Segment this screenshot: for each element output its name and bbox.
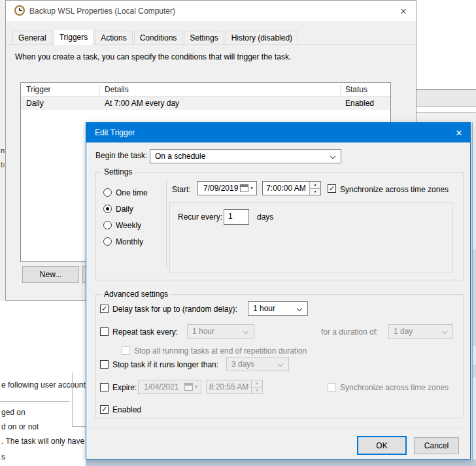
background-toolbar-band: [416, 89, 476, 107]
cell-trigger: Daily: [26, 99, 44, 108]
repeat-task-checkbox[interactable]: [100, 327, 109, 336]
background-text-fragment: n: [1, 146, 5, 155]
close-icon[interactable]: ✕: [448, 123, 470, 142]
spin-down-icon: ▼: [252, 387, 262, 394]
table-row[interactable]: Daily At 7:00 AM every day Enabled: [21, 97, 390, 110]
spin-down-icon[interactable]: ▼: [310, 188, 320, 195]
tab-strip: General Triggers Actions Conditions Sett…: [6, 29, 416, 45]
background-divider: [0, 401, 70, 402]
calendar-icon: [184, 383, 193, 391]
tab-triggers[interactable]: Triggers: [54, 29, 94, 45]
dialog-title: Edit Trigger: [95, 128, 135, 137]
spin-up-icon[interactable]: ▲: [310, 182, 320, 188]
tab-settings[interactable]: Settings: [184, 31, 224, 44]
expire-time-input: 8:20:55 AM ▲ ▼: [206, 380, 263, 394]
enabled-checkbox[interactable]: ✓: [100, 405, 109, 414]
stop-task-label[interactable]: Stop task if it runs longer than:: [112, 360, 218, 369]
caret-down-icon: ▾: [195, 384, 197, 390]
begin-task-select[interactable]: On a schedule: [150, 149, 341, 163]
chevron-down-icon: [442, 329, 447, 334]
radio-one-time-label[interactable]: One time: [116, 188, 148, 197]
stop-all-tasks-label: Stop all running tasks at end of repetit…: [134, 346, 307, 356]
tab-actions[interactable]: Actions: [95, 31, 132, 44]
expire-sync-label: Synchronize across time zones: [340, 383, 449, 392]
cancel-button[interactable]: Cancel: [414, 437, 459, 454]
expire-checkbox[interactable]: [100, 383, 109, 391]
chevron-down-icon: [278, 361, 283, 367]
stop-task-duration-select: 3 days: [226, 357, 289, 371]
recur-unit-label: days: [257, 212, 273, 222]
repeat-task-label[interactable]: Repeat task every:: [112, 327, 178, 337]
duration-label: for a duration of:: [321, 327, 378, 337]
radio-weekly[interactable]: [103, 221, 112, 229]
check-icon: ✓: [101, 305, 107, 312]
begin-task-label: Begin the task:: [95, 151, 147, 160]
window-title: Backup WSL Properties (Local Computer): [29, 7, 175, 16]
radio-monthly[interactable]: [103, 237, 112, 246]
edit-trigger-dialog: Edit Trigger ✕ Begin the task: On a sche…: [86, 122, 471, 459]
check-icon: ✓: [101, 406, 107, 413]
stop-task-checkbox[interactable]: [100, 360, 109, 369]
delay-task-checkbox[interactable]: ✓: [100, 305, 109, 313]
radio-weekly-label[interactable]: Weekly: [116, 221, 141, 230]
cell-status: Enabled: [345, 99, 374, 108]
delay-task-label[interactable]: Delay task for up to (random delay):: [112, 305, 237, 314]
sync-timezones-checkbox[interactable]: ✓: [328, 184, 336, 193]
start-time-input[interactable]: 7:00:00 AM ▲ ▼: [262, 181, 321, 195]
radio-monthly-label[interactable]: Monthly: [116, 237, 143, 246]
settings-divider: [166, 180, 167, 268]
table-header: Trigger Details Status: [21, 83, 390, 97]
expire-label[interactable]: Expire:: [112, 383, 137, 392]
stop-all-tasks-checkbox: [122, 346, 130, 355]
time-spinner: ▲ ▼: [251, 380, 262, 393]
tab-general[interactable]: General: [12, 31, 52, 44]
column-header-details[interactable]: Details: [105, 85, 129, 94]
radio-daily-label[interactable]: Daily: [116, 205, 133, 214]
duration-select: 1 day: [388, 324, 453, 339]
expire-sync-checkbox: [328, 383, 336, 391]
close-icon[interactable]: ✕: [394, 3, 413, 20]
repeat-interval-value: 1 hour: [192, 327, 214, 336]
background-text-fragment: d on or not: [1, 422, 39, 431]
background-window-fragments: e following user account ged on d on or …: [0, 301, 86, 466]
column-divider: [99, 84, 100, 95]
triggers-description: When you create a task, you can specify …: [15, 52, 407, 61]
caret-down-icon[interactable]: ▾: [250, 186, 253, 191]
sync-timezones-label[interactable]: Synchronize across time zones: [340, 185, 449, 194]
background-scrollbar-fragment: [473, 250, 476, 346]
background-fill: [416, 113, 476, 122]
delay-duration-select[interactable]: 1 hour: [248, 301, 308, 316]
ok-button[interactable]: OK: [357, 436, 407, 455]
recur-every-label: Recur every:: [178, 212, 222, 222]
start-date-picker[interactable]: 7/09/2019 ▾: [197, 181, 257, 195]
background-scrollbar-fragment: [473, 365, 476, 378]
radio-daily[interactable]: [103, 205, 112, 213]
background-bottom-strip: [86, 459, 476, 466]
column-header-status[interactable]: Status: [345, 85, 367, 94]
background-divider: [72, 426, 86, 427]
recur-interval-input[interactable]: 1: [224, 209, 249, 225]
time-spinner[interactable]: ▲ ▼: [309, 182, 320, 195]
background-text-fragment: b: [1, 160, 5, 169]
background-text-fragment: ged on: [1, 408, 26, 417]
tab-history[interactable]: History (disabled): [226, 31, 298, 44]
duration-value: 1 day: [394, 327, 413, 336]
column-header-trigger[interactable]: Trigger: [26, 85, 51, 94]
delay-duration-value: 1 hour: [253, 304, 275, 313]
settings-group-label: Settings: [101, 167, 135, 176]
stop-task-duration-value: 3 days: [231, 359, 254, 369]
background-divider: [72, 373, 73, 426]
tab-conditions[interactable]: Conditions: [134, 31, 183, 44]
chevron-down-icon: [297, 306, 302, 311]
background-text-fragment: s: [1, 452, 5, 461]
background-text-fragment: e following user account: [1, 380, 86, 390]
screen: n b e following user account ged on d on…: [0, 0, 476, 466]
calendar-icon[interactable]: [240, 184, 248, 192]
background-left-edge: n b: [0, 0, 5, 301]
dialog-titlebar: Edit Trigger ✕: [86, 123, 470, 142]
new-button[interactable]: New...: [22, 266, 79, 283]
cell-details: At 7:00 AM every day: [105, 99, 179, 108]
enabled-label[interactable]: Enabled: [112, 405, 141, 414]
expire-time-value: 8:20:55 AM: [207, 380, 251, 393]
radio-one-time[interactable]: [103, 188, 112, 197]
